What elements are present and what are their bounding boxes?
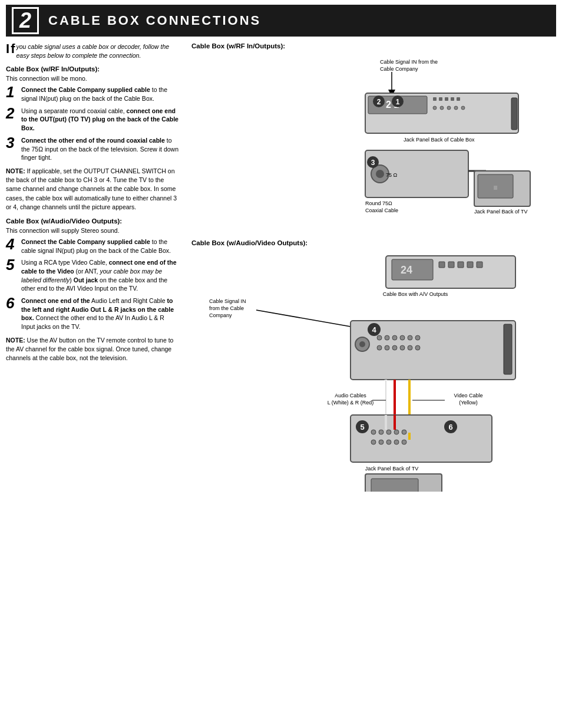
rf-step-3: 3 Connect the other end of the round coa… [6, 136, 180, 162]
av-description: This connection will supply Stereo sound… [6, 227, 180, 234]
btn5 [457, 97, 460, 101]
av-sq5 [477, 262, 482, 268]
rf-section: Cable Box (w/RF In/Outputs): This connec… [6, 65, 180, 212]
av-left-connector-center [359, 341, 365, 347]
jack5 [461, 106, 465, 110]
step-text-1: Connect the Cable Company supplied cable… [21, 85, 180, 103]
tv-screen-text-rf: ||| [494, 185, 497, 190]
av-sq4 [467, 262, 473, 268]
av-sq3 [458, 262, 464, 268]
page-header: 2 Cable Box Connections [6, 5, 556, 37]
coaxial-center [376, 170, 384, 178]
rf-diagram-svg: Cable Signal IN from the Cable Company 2… [191, 53, 539, 230]
av-jack11 [408, 345, 412, 350]
audio-cables-label1: Audio Cables [335, 393, 366, 398]
page: 2 Cable Box Connections If you cable sig… [0, 0, 562, 728]
step-text-5: Using a RCA type Video Cable, connect on… [21, 258, 180, 293]
av-jack10 [400, 345, 405, 350]
lower-jack4 [394, 430, 399, 434]
rf-diagram-heading: Cable Box (w/RF In/Outputs): [191, 42, 556, 50]
rf-step-1: 1 Connect the Cable Company supplied cab… [6, 85, 180, 103]
av-jack4 [400, 335, 405, 340]
av-jack3 [392, 335, 397, 340]
step-number-4: 4 [6, 236, 19, 252]
page-number: 2 [12, 7, 39, 34]
jack3 [447, 106, 451, 110]
step-circle-6-text: 6 [448, 423, 452, 431]
jack2 [440, 106, 444, 110]
av-step-5: 5 Using a RCA type Video Cable, connect … [6, 258, 180, 293]
left-column: If you cable signal uses a cable box or … [6, 42, 180, 501]
step-text-4: Connect the Cable Company supplied cable… [21, 238, 180, 255]
lower-jack8 [386, 440, 391, 444]
lower-jack3 [386, 430, 391, 434]
av-note: NOTE: Use the AV button on the TV remote… [6, 336, 180, 363]
av-jack12 [415, 345, 420, 350]
lower-jack1 [371, 430, 376, 434]
av-sq1 [439, 262, 445, 268]
av-jack5 [408, 335, 412, 340]
step-number-2: 2 [6, 106, 19, 121]
av-steps: 4 Connect the Cable Company supplied cab… [6, 238, 180, 331]
step-circle-1-text: 1 [396, 98, 400, 106]
power-jack-rf [511, 98, 517, 130]
video-cable-label2: (Yellow) [459, 400, 478, 406]
step-circle-5-text: 5 [360, 423, 364, 431]
tv-bottom-screen-text: ||| ▶ [391, 491, 399, 492]
av-signal-label2: from the Cable [209, 305, 244, 311]
step-number-1: 1 [6, 84, 19, 100]
page-title: Cable Box Connections [48, 13, 261, 28]
coaxial-cable-label: Coaxial Cable [365, 207, 398, 213]
step-circle-2-text: 2 [377, 98, 381, 106]
av-jack7 [377, 345, 382, 350]
av-box-label: Cable Box with A/V Outputs [383, 291, 448, 297]
step-number-5: 5 [6, 257, 19, 272]
jack-panel-label-rf: Jack Panel Back of Cable Box [404, 137, 475, 143]
lower-jack10 [402, 440, 406, 444]
av-diagram-svg: 24 Cable Box with A/V Outputs Cable Sign… [191, 250, 539, 492]
av-step-4: 4 Connect the Cable Company supplied cab… [6, 238, 180, 255]
av-jack9 [392, 345, 397, 350]
av-step-6: 6 Connect one end of the Audio Left and … [6, 297, 180, 331]
step-text-6: Connect one end of the Audio Left and Ri… [21, 297, 180, 331]
av-heading: Cable Box (w/Audio/Video Outputs): [6, 218, 180, 225]
rf-diagram-section: Cable Box (w/RF In/Outputs): Cable Signa… [191, 42, 556, 231]
lower-jack6 [371, 440, 376, 444]
av-sq2 [448, 262, 454, 268]
btn4 [451, 97, 454, 101]
ohm-label: 75 Ω [386, 172, 398, 178]
lower-jack5 [402, 430, 406, 434]
btn2 [439, 97, 442, 101]
signal-label-rf: Cable Signal IN from the [380, 59, 438, 65]
av-jack6 [415, 335, 420, 340]
step-text-3: Connect the other end of the round coaxi… [21, 136, 180, 162]
av-jack2 [385, 335, 389, 340]
av-jack1 [377, 335, 382, 340]
btn1 [433, 97, 437, 101]
jack4 [454, 106, 458, 110]
rf-note: NOTE: If applicable, set the OUTPUT CHAN… [6, 167, 180, 212]
step-circle-4-text: 4 [372, 325, 376, 334]
power-jack-av [504, 324, 512, 374]
audio-cables-label2: L (White) & R (Red) [328, 400, 374, 406]
right-column: Cable Box (w/RF In/Outputs): Cable Signa… [191, 42, 556, 501]
jack1 [433, 106, 437, 110]
signal-arrow-av [256, 310, 351, 327]
rf-steps: 1 Connect the Cable Company supplied cab… [6, 85, 180, 162]
btn3 [445, 97, 448, 101]
av-diagram-section: Cable Box (w/Audio/Video Outputs): 24 Ca… [191, 239, 556, 493]
tv-bottom-screen [371, 479, 418, 492]
step-number-6: 6 [6, 295, 19, 311]
av-signal-label1: Cable Signal IN [209, 298, 246, 304]
jack-panel-tv-label-rf: Jack Panel Back of TV [474, 209, 527, 215]
round-coaxial-label: Round 75Ω [365, 200, 392, 206]
lower-jack7 [379, 440, 384, 444]
lower-jack9 [394, 440, 399, 444]
av-diagram-heading: Cable Box (w/Audio/Video Outputs): [191, 239, 556, 246]
av-section: Cable Box (w/Audio/Video Outputs): This … [6, 218, 180, 363]
cable-company-label-rf: Cable Company [380, 66, 418, 72]
av-jack8 [385, 345, 389, 350]
rf-heading: Cable Box (w/RF In/Outputs): [6, 65, 180, 73]
rf-step-2: 2 Using a separate round coaxial cable, … [6, 107, 180, 133]
av-signal-label3: Company [209, 312, 232, 318]
